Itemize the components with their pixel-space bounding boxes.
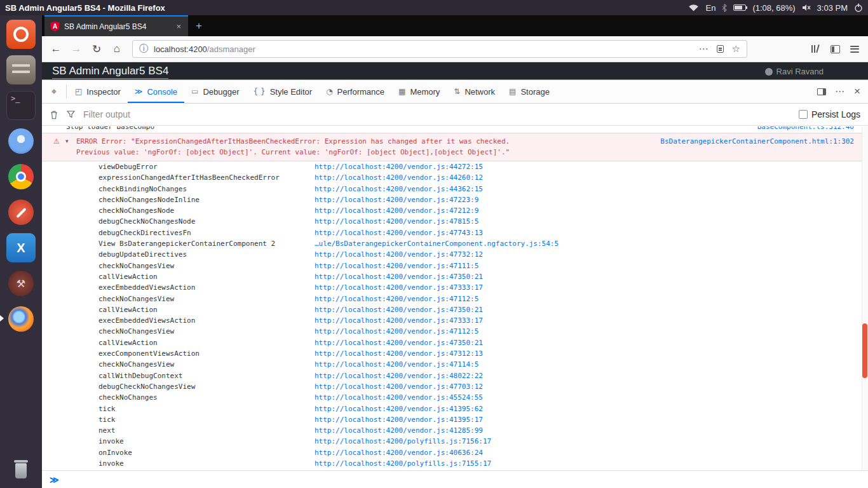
- stack-frame-source-link[interactable]: http://localhost:4200/vendor.js:47350:21: [315, 271, 483, 282]
- devtools-tab-performance[interactable]: ◔Performance: [319, 80, 391, 103]
- sidebar-toggle-icon[interactable]: [831, 45, 840, 53]
- launcher-item-firefox[interactable]: [6, 304, 36, 334]
- bluetooth-icon[interactable]: [722, 4, 727, 12]
- stack-frame-source-link[interactable]: http://localhost:4200/vendor.js:41395:17: [315, 414, 483, 425]
- devtools-options-icon[interactable]: ⋯: [835, 86, 845, 97]
- stack-frame-source-link[interactable]: …ule/BsDaterangepickerContainerComponent…: [315, 238, 559, 249]
- stack-frame-source-link[interactable]: http://localhost:4200/vendor.js:47114:5: [315, 359, 478, 370]
- launcher-item-chrome[interactable]: [6, 162, 36, 191]
- stack-frame-function: checkNoChangesNodeInline: [98, 196, 200, 204]
- debugger-icon: ▭: [191, 87, 198, 96]
- launcher-item-utility[interactable]: ⚒: [6, 269, 36, 298]
- launcher-item-terminal[interactable]: [6, 91, 36, 120]
- stack-frame-source-link[interactable]: http://localhost:4200/vendor.js:47112:5: [315, 326, 478, 337]
- stack-frame-function: tick: [98, 405, 116, 413]
- stack-frame-source-link[interactable]: http://localhost:4200/vendor.js:40636:24: [315, 447, 483, 458]
- tab-close-icon[interactable]: ×: [175, 22, 182, 31]
- console-scrollbar[interactable]: [862, 126, 868, 470]
- expand-caret-icon[interactable]: ▾: [65, 136, 69, 147]
- error-source-link[interactable]: BsDaterangepickerContainerComponent.html…: [660, 136, 854, 147]
- chrome-icon: [8, 164, 34, 189]
- stack-frame-row: checkNoChangesViewhttp://localhost:4200/…: [42, 261, 868, 271]
- launcher-item-code-editor[interactable]: X: [6, 233, 36, 262]
- stack-frame-row: expressionChangedAfterItHasBeenCheckedEr…: [42, 172, 868, 183]
- stack-frame-source-link[interactable]: http://localhost:4200/polyfills.js:7156:…: [315, 436, 491, 447]
- url-host: localhost:4200: [154, 44, 207, 54]
- launcher-item-trash[interactable]: [6, 455, 36, 484]
- stack-frame-source-link[interactable]: http://localhost:4200/vendor.js:47223:9: [315, 194, 478, 205]
- volume-muted-icon[interactable]: [802, 4, 811, 11]
- bookmark-star-icon[interactable]: ☆: [732, 43, 740, 55]
- devtools-tab-debugger[interactable]: ▭Debugger: [184, 80, 246, 103]
- console-input-row[interactable]: ≫: [42, 470, 868, 488]
- webapp-user-menu[interactable]: Ravi Ravand: [765, 64, 824, 79]
- stack-frame-source-link[interactable]: http://localhost:4200/vendor.js:47312:13: [315, 348, 483, 359]
- devtools-tab-console[interactable]: ≫Console: [128, 80, 184, 103]
- devtools-close-icon[interactable]: ×: [854, 85, 860, 98]
- webapp-brand-link[interactable]: SB Admin Angular5 BS4: [52, 64, 168, 79]
- stack-frame-source-link[interactable]: http://localhost:4200/vendor.js:47732:12: [315, 249, 483, 260]
- stack-frame-row: tickhttp://localhost:4200/vendor.js:4139…: [42, 403, 868, 414]
- stack-frame-row: View BsDaterangepickerContainerComponent…: [42, 238, 868, 249]
- clear-console-icon[interactable]: [50, 110, 58, 119]
- stack-frame-source-link[interactable]: http://localhost:4200/vendor.js:47350:21: [315, 304, 483, 315]
- keyboard-layout-indicator[interactable]: En: [705, 3, 715, 13]
- network-icon: ⇅: [454, 87, 460, 96]
- stack-frame-row: checkBindingNoChangeshttp://localhost:42…: [42, 184, 868, 194]
- site-info-icon[interactable]: ⓘ: [139, 43, 148, 55]
- reader-mode-icon[interactable]: [717, 45, 724, 53]
- reload-button[interactable]: ↻: [86, 39, 107, 58]
- stack-frame-source-link[interactable]: http://localhost:4200/vendor.js:47743:13: [315, 227, 483, 238]
- dock-position-icon[interactable]: [817, 88, 826, 95]
- stack-frame-source-link[interactable]: http://localhost:4200/vendor.js:47333:17: [315, 282, 483, 293]
- devtools-tab-inspector[interactable]: ◰Inspector: [68, 80, 128, 103]
- launcher-item-chromium[interactable]: [6, 126, 36, 156]
- wifi-icon[interactable]: [688, 4, 699, 11]
- devtools-tab-memory[interactable]: ▦Memory: [391, 80, 447, 103]
- element-picker-icon[interactable]: ⌖: [42, 80, 66, 103]
- launcher-item-ubuntu-dash[interactable]: [6, 20, 36, 49]
- forward-button[interactable]: →: [66, 39, 86, 58]
- stack-frame-source-link[interactable]: http://localhost:4200/vendor.js:47350:21: [315, 337, 483, 348]
- library-icon[interactable]: [811, 44, 820, 53]
- battery-icon[interactable]: [733, 4, 746, 11]
- stack-frame-function: checkNoChangesNode: [98, 207, 174, 215]
- stack-frame-source-link[interactable]: http://localhost:4200/vendor.js:41395:62: [315, 403, 483, 414]
- stack-frame-source-link[interactable]: http://localhost:4200/vendor.js:47111:5: [315, 261, 478, 271]
- stack-frame-source-link[interactable]: http://localhost:4200/vendor.js:44260:12: [315, 172, 483, 183]
- stack-frame-source-link[interactable]: http://localhost:4200/vendor.js:44272:15: [315, 161, 483, 172]
- page-actions-icon[interactable]: ⋯: [699, 43, 709, 55]
- log-source-link[interactable]: BaseComponent.ts:312:40: [757, 126, 854, 132]
- devtools-tab-style-editor[interactable]: { }Style Editor: [247, 80, 320, 103]
- filter-output-input[interactable]: [83, 109, 350, 119]
- stack-frame-source-link[interactable]: http://localhost:4200/vendor.js:47112:5: [315, 294, 478, 304]
- stack-frame-source-link[interactable]: http://localhost:4200/vendor.js:45524:55: [315, 392, 483, 403]
- devtools-tab-label: Memory: [410, 87, 440, 97]
- clock[interactable]: 3:03 PM: [817, 3, 848, 13]
- launcher-item-files[interactable]: [6, 55, 36, 85]
- stack-frame-source-link[interactable]: http://localhost:4200/vendor.js:48022:22: [315, 370, 483, 381]
- stack-frame-row: callViewActionhttp://localhost:4200/vend…: [42, 271, 868, 282]
- stack-frame-source-link[interactable]: http://localhost:4200/vendor.js:41285:99: [315, 425, 483, 436]
- devtools-tab-storage[interactable]: ▤Storage: [502, 80, 557, 103]
- devtools-tab-network[interactable]: ⇅Network: [447, 80, 502, 103]
- stack-frame-source-link[interactable]: http://localhost:4200/vendor.js:47333:17: [315, 315, 483, 326]
- menu-icon[interactable]: [850, 46, 859, 53]
- stack-frame-source-link[interactable]: http://localhost:4200/vendor.js:47212:9: [315, 205, 478, 216]
- stack-frame-source-link[interactable]: http://localhost:4200/vendor.js:47703:12: [315, 381, 483, 392]
- new-tab-button[interactable]: +: [188, 15, 210, 36]
- stack-frame-function: debugUpdateDirectives: [98, 250, 187, 259]
- home-button[interactable]: ⌂: [107, 39, 127, 58]
- console-scrollbar-thumb[interactable]: [862, 323, 867, 378]
- launcher-item-software-tool[interactable]: [6, 198, 36, 227]
- filter-icon[interactable]: [67, 111, 75, 118]
- back-button[interactable]: ←: [46, 39, 66, 58]
- stack-frame-source-link[interactable]: http://localhost:4200/vendor.js:47815:5: [315, 216, 478, 227]
- url-bar[interactable]: ⓘ localhost:4200/adsmanager ⋯ ☆: [132, 40, 747, 58]
- power-icon[interactable]: [854, 3, 863, 12]
- browser-tab[interactable]: A SB Admin Angular5 BS4 ×: [44, 15, 188, 36]
- stack-frame-source-link[interactable]: http://localhost:4200/polyfills.js:7155:…: [315, 458, 491, 469]
- devtools-tab-label: Inspector: [86, 87, 120, 97]
- stack-frame-source-link[interactable]: http://localhost:4200/vendor.js:44362:15: [315, 184, 483, 194]
- persist-logs-checkbox[interactable]: [799, 110, 808, 119]
